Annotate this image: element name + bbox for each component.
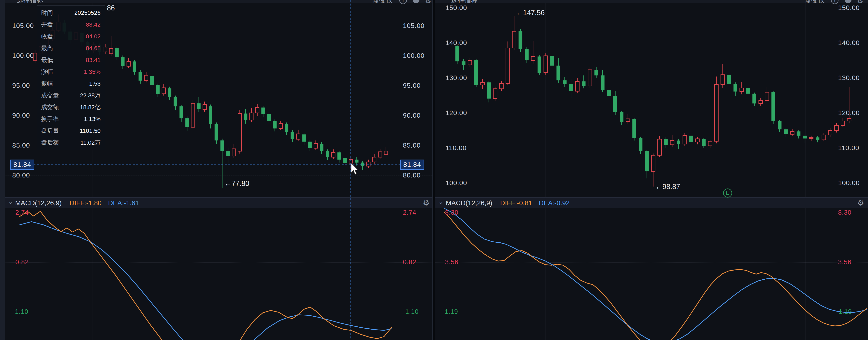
tooltip-label: 最低 [41,56,53,64]
macd-tick: 0.82 [403,258,416,266]
y-tick: 110.00 [445,144,466,152]
trading-app: 选择指标 盘变仪 i ⚙ 选择指标 盘变仪 i ⚙ 105.00 100.00 … [0,0,868,340]
y-tick: 140.00 [838,39,860,47]
y-tick: 95.00 [403,82,421,89]
y-tick: 90.00 [403,111,421,119]
tooltip-value: 1101.50 [80,128,101,134]
tooltip-row: 振幅1.53 [37,78,105,90]
tooltip-row: 开盘83.42 [37,19,105,31]
y-tick: 130.00 [838,74,860,82]
tooltip-value: 1.53 [89,80,101,87]
macd-tick: -1.10 [12,308,28,315]
macd-tick: -1.19 [836,308,852,315]
tooltip-row: 换手率1.13% [37,113,105,125]
tooltip-label: 收盘 [41,32,53,40]
tooltip-label: 盘后量 [41,127,59,135]
y-tick: 85.00 [403,141,421,149]
y-tick: 105.00 [403,22,425,30]
y-tick: 100.00 [445,179,467,187]
macd-tick: 3.56 [838,258,851,266]
tooltip-row: 盘后额11.02万 [37,137,105,148]
logo-badge-icon: L [723,189,732,198]
tooltip-label: 成交额 [41,103,59,111]
macd-tick: 0.82 [16,258,29,266]
tooltip-row: 最高84.68 [37,42,105,54]
macd-tick: 8.30 [838,209,851,216]
tooltip-value: 84.02 [86,33,101,40]
mouse-cursor [350,163,362,176]
tooltip-value: 1.35% [84,68,101,75]
tooltip-label: 最高 [41,44,53,52]
candle-tooltip: 时间20250526开盘83.42收盘84.02最高84.68最低83.41涨幅… [37,5,105,150]
tooltip-value: 1.13% [84,116,101,123]
y-tick: 100.00 [12,52,34,60]
tooltip-row: 收盘84.02 [37,31,105,42]
high-annotation-partial: 86 [107,4,115,12]
macd-tick: 2.74 [403,209,416,216]
tooltip-value: 20250526 [74,9,101,16]
y-tick: 95.00 [12,82,30,89]
tooltip-label: 涨幅 [41,68,53,76]
candlestick-chart[interactable] [0,0,868,340]
tooltip-row: 成交额18.82亿 [37,101,105,113]
price-tag-left: 81.84 [10,160,34,170]
y-tick: 100.00 [403,52,425,60]
price-tag-right: 81.84 [400,160,424,170]
tooltip-label: 成交量 [41,92,59,100]
tooltip-row: 涨幅1.35% [37,66,105,78]
y-tick: 90.00 [12,111,30,119]
tooltip-row: 最低83.41 [37,54,105,66]
macd-tick: -1.10 [403,308,418,315]
y-tick: 150.00 [445,4,467,11]
y-tick: 80.00 [12,171,30,179]
y-tick: 120.00 [445,109,467,117]
macd-tick: -1.19 [442,308,458,315]
y-tick: 80.00 [403,171,421,179]
tooltip-value: 11.02万 [80,139,101,147]
low-annotation: ←77.80 [224,179,249,188]
y-tick: 105.00 [12,22,34,30]
high-annotation: ←147.56 [516,9,545,17]
tooltip-label: 振幅 [41,80,53,88]
tooltip-value: 18.82亿 [80,103,101,111]
tooltip-value: 83.41 [86,57,101,63]
low-annotation: ←98.87 [655,182,680,191]
tooltip-label: 盘后额 [41,139,59,147]
y-tick: 85.00 [12,141,30,149]
y-tick: 130.00 [445,74,467,82]
tooltip-row: 成交量22.38万 [37,90,105,101]
macd-tick: 2.74 [16,209,29,216]
y-tick: 120.00 [838,109,860,117]
tooltip-row: 时间20250526 [37,7,105,19]
y-tick: 150.00 [838,4,860,11]
y-tick: 100.00 [838,179,860,187]
tooltip-value: 22.38万 [80,92,101,100]
macd-tick: 3.56 [445,258,458,266]
tooltip-value: 84.68 [86,45,101,52]
tooltip-label: 开盘 [41,21,53,29]
y-tick: 110.00 [838,144,859,152]
y-tick: 140.00 [445,39,467,47]
tooltip-value: 83.42 [86,21,101,28]
tooltip-label: 时间 [41,9,53,17]
tooltip-row: 盘后量1101.50 [37,125,105,137]
macd-tick: 8.30 [445,209,458,216]
crosshair-horizontal [33,164,400,165]
tooltip-label: 换手率 [41,115,59,123]
